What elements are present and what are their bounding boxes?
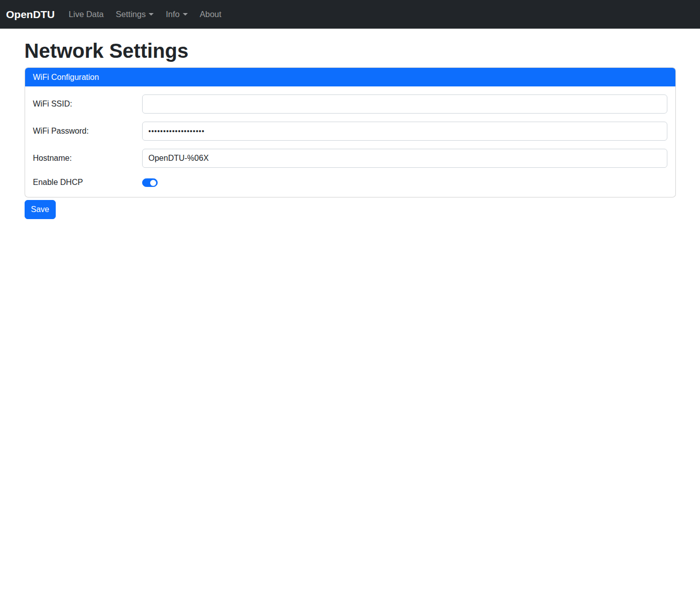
page-title: Network Settings — [25, 39, 676, 63]
wifi-password-label: WiFi Password: — [33, 127, 142, 136]
nav-item-label: Settings — [116, 10, 146, 19]
nav-item-label: Live Data — [69, 10, 104, 19]
brand-opendtu[interactable]: OpenDTU — [6, 9, 55, 21]
nav-item-settings[interactable]: Settings — [112, 6, 158, 23]
nav-item-label: About — [200, 10, 221, 19]
enable-dhcp-label: Enable DHCP — [33, 178, 142, 187]
form-row-ssid: WiFi SSID: — [33, 94, 667, 114]
card-body: WiFi SSID: WiFi Password: Hostname: Enab… — [25, 86, 675, 197]
chevron-down-icon — [183, 13, 188, 16]
hostname-input[interactable] — [142, 149, 667, 168]
form-row-hostname: Hostname: — [33, 149, 667, 168]
enable-dhcp-toggle[interactable] — [142, 178, 158, 187]
main-content: Network Settings WiFi Configuration WiFi… — [19, 39, 682, 219]
navbar-menu: Live Data Settings Info About — [63, 6, 227, 23]
wifi-configuration-card: WiFi Configuration WiFi SSID: WiFi Passw… — [25, 67, 676, 197]
nav-item-label: Info — [166, 10, 180, 19]
save-button[interactable]: Save — [25, 200, 56, 219]
nav-item-info[interactable]: Info — [162, 6, 192, 23]
nav-item-about[interactable]: About — [196, 6, 225, 23]
top-navbar: OpenDTU Live Data Settings Info About — [0, 0, 700, 29]
form-row-password: WiFi Password: — [33, 122, 667, 141]
wifi-ssid-input[interactable] — [142, 94, 667, 114]
card-header: WiFi Configuration — [25, 68, 675, 86]
wifi-password-input[interactable] — [142, 122, 667, 141]
toggle-knob — [150, 180, 156, 186]
nav-item-live-data[interactable]: Live Data — [65, 6, 108, 23]
form-row-dhcp: Enable DHCP — [33, 176, 667, 189]
wifi-ssid-label: WiFi SSID: — [33, 99, 142, 109]
chevron-down-icon — [149, 13, 154, 16]
hostname-label: Hostname: — [33, 154, 142, 163]
